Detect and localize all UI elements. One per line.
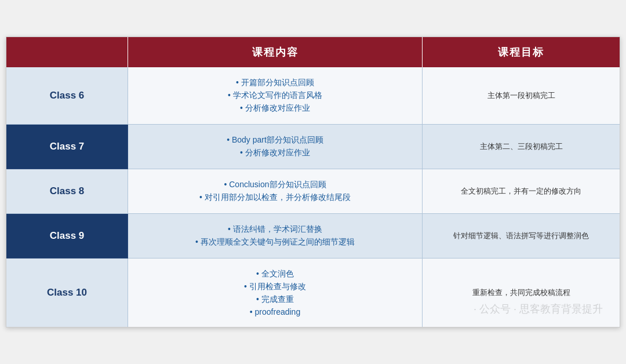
goal-class9: 针对细节逻辑、语法拼写等进行调整润色	[423, 214, 620, 259]
class-name-class7: Class 7	[50, 141, 85, 152]
content-class9: 语法纠错，学术词汇替换再次理顺全文关键句与例证之间的细节逻辑	[128, 214, 423, 259]
content-list-item: Conclusion部分知识点回顾	[199, 180, 351, 190]
goal-text: 针对细节逻辑、语法拼写等进行调整润色	[453, 230, 589, 242]
table-row-class8: Class 8Conclusion部分知识点回顾对引用部分加以检查，并分析修改结…	[6, 169, 620, 214]
header-col3: 课程目标	[423, 37, 620, 67]
label-class10: Class 10	[6, 259, 128, 327]
content-list-item: 对引用部分加以检查，并分析修改结尾段	[199, 192, 351, 203]
main-table-wrapper: 课程内容 课程目标 Class 6开篇部分知识点回顾学术论文写作的语言风格分析修…	[6, 37, 620, 327]
content-list-item: 全文润色	[244, 269, 306, 279]
goal-text: 全文初稿完工，并有一定的修改方向	[461, 185, 581, 198]
content-list-item: 完成查重	[244, 294, 306, 305]
table-row-class6: Class 6开篇部分知识点回顾学术论文写作的语言风格分析修改对应作业主体第一段…	[6, 67, 620, 125]
class-name-class9: Class 9	[50, 230, 85, 242]
table-grid: 课程内容 课程目标	[6, 37, 620, 67]
content-class6: 开篇部分知识点回顾学术论文写作的语言风格分析修改对应作业	[128, 67, 423, 125]
header-goal-label: 课程目标	[498, 46, 544, 58]
content-list-item: 分析修改对应作业	[228, 103, 322, 114]
goal-text: 重新检查，共同完成校稿流程	[472, 287, 570, 299]
content-list-item: 开篇部分知识点回顾	[228, 78, 322, 88]
content-list-item: 引用检查与修改	[244, 282, 306, 292]
table-row-class7: Class 7Body part部分知识点回顾分析修改对应作业主体第二、三段初稿…	[6, 125, 620, 169]
content-list-item: 语法纠错，学术词汇替换	[195, 224, 355, 235]
header-col1	[6, 37, 128, 67]
content-class10: 全文润色引用检查与修改完成查重proofreading	[128, 259, 423, 327]
goal-text: 主体第一段初稿完工	[487, 90, 555, 102]
table-row-class10: Class 10全文润色引用检查与修改完成查重proofreading重新检查，…	[6, 259, 620, 327]
label-class9: Class 9	[6, 214, 128, 259]
content-list-item: proofreading	[244, 307, 306, 316]
label-class8: Class 8	[6, 169, 128, 214]
goal-class10: 重新检查，共同完成校稿流程	[423, 259, 620, 327]
content-list-item: 学术论文写作的语言风格	[228, 90, 322, 101]
content-class8: Conclusion部分知识点回顾对引用部分加以检查，并分析修改结尾段	[128, 169, 423, 214]
content-list-item: Body part部分知识点回顾	[227, 135, 323, 145]
goal-class7: 主体第二、三段初稿完工	[423, 125, 620, 169]
class-name-class10: Class 10	[47, 287, 87, 299]
content-list-item: 分析修改对应作业	[227, 148, 323, 158]
goal-class6: 主体第一段初稿完工	[423, 67, 620, 125]
goal-text: 主体第二、三段初稿完工	[480, 141, 563, 153]
header-content-label: 课程内容	[252, 46, 299, 58]
label-class6: Class 6	[6, 67, 128, 125]
class-name-class6: Class 6	[50, 90, 85, 101]
goal-class8: 全文初稿完工，并有一定的修改方向	[423, 169, 620, 214]
table-row-class9: Class 9语法纠错，学术词汇替换再次理顺全文关键句与例证之间的细节逻辑针对细…	[6, 214, 620, 259]
data-rows: Class 6开篇部分知识点回顾学术论文写作的语言风格分析修改对应作业主体第一段…	[6, 67, 620, 327]
table-container: 课程内容 课程目标 Class 6开篇部分知识点回顾学术论文写作的语言风格分析修…	[6, 37, 620, 327]
label-class7: Class 7	[6, 125, 128, 169]
content-list-item: 再次理顺全文关键句与例证之间的细节逻辑	[195, 237, 355, 247]
header-col2: 课程内容	[128, 37, 423, 67]
content-class7: Body part部分知识点回顾分析修改对应作业	[128, 125, 423, 169]
class-name-class8: Class 8	[50, 185, 85, 197]
